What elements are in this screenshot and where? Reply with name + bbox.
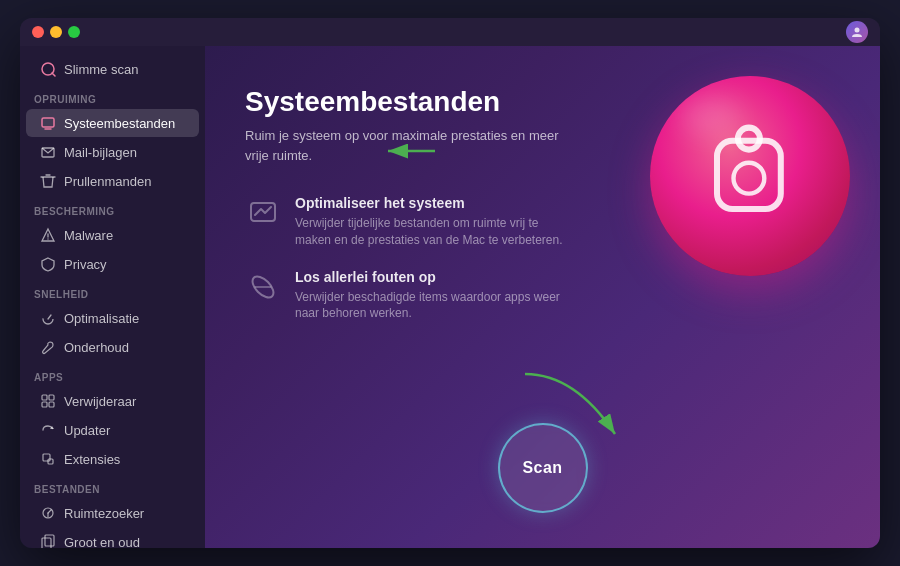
- arrow-scan: [515, 364, 635, 448]
- privacy-icon: [40, 256, 56, 272]
- sidebar-label-optimalisatie: Optimalisatie: [64, 311, 139, 326]
- sidebar-item-ruimtezoeker[interactable]: Ruimtezoeker: [26, 499, 199, 527]
- apps-icon: [40, 393, 56, 409]
- svg-line-36: [255, 278, 272, 295]
- system-icon: [40, 115, 56, 131]
- section-apps: Apps: [20, 362, 205, 386]
- sidebar-item-updater[interactable]: Updater: [26, 416, 199, 444]
- update-icon: [40, 422, 56, 438]
- feature-optimize-title: Optimaliseer het systeem: [295, 195, 575, 211]
- svg-rect-16: [49, 402, 54, 407]
- app-icon: [650, 76, 850, 276]
- svg-point-0: [855, 28, 860, 33]
- sidebar-item-mail-bijlagen[interactable]: Mail-bijlagen: [26, 138, 199, 166]
- svg-line-2: [52, 73, 55, 76]
- sidebar-label-privacy: Privacy: [64, 257, 107, 272]
- extension-icon: [40, 451, 56, 467]
- svg-rect-13: [42, 395, 47, 400]
- feature-optimize-text: Optimaliseer het systeem Verwijder tijde…: [295, 195, 575, 249]
- feature-fix-desc: Verwijder beschadigde items waardoor app…: [295, 289, 575, 323]
- section-bescherming: Bescherming: [20, 196, 205, 220]
- svg-point-10: [47, 238, 48, 239]
- sidebar-label-malware: Malware: [64, 228, 113, 243]
- app-window: Slimme scan Opruiming Systeembestanden: [20, 18, 880, 548]
- arrow-sidebar: [380, 141, 440, 165]
- sidebar-label-systeembestanden: Systeembestanden: [64, 116, 175, 131]
- close-button[interactable]: [32, 26, 44, 38]
- sidebar-label-ruimtezoeker: Ruimtezoeker: [64, 506, 144, 521]
- svg-point-33: [734, 163, 765, 194]
- sidebar-item-extensies[interactable]: Extensies: [26, 445, 199, 473]
- user-avatar[interactable]: [846, 21, 868, 43]
- svg-rect-15: [42, 402, 47, 407]
- sidebar-item-systeembestanden[interactable]: Systeembestanden: [26, 109, 199, 137]
- svg-rect-18: [43, 454, 50, 461]
- sidebar-label-prullenmanden: Prullenmanden: [64, 174, 151, 189]
- malware-icon: [40, 227, 56, 243]
- title-bar: [20, 18, 880, 46]
- svg-rect-3: [42, 118, 54, 127]
- sidebar-label-mail-bijlagen: Mail-bijlagen: [64, 145, 137, 160]
- app-icon-container: [650, 76, 850, 276]
- scan-icon: [40, 61, 56, 77]
- sidebar-item-slimme-scan[interactable]: Slimme scan: [26, 55, 199, 83]
- sidebar-item-onderhoud[interactable]: Onderhoud: [26, 333, 199, 361]
- mail-icon: [40, 144, 56, 160]
- content-area: Slimme scan Opruiming Systeembestanden: [20, 46, 880, 548]
- trash-icon: [40, 173, 56, 189]
- sidebar-label-groot-en-oud: Groot en oud: [64, 535, 140, 549]
- sidebar-item-groot-en-oud[interactable]: Groot en oud: [26, 528, 199, 548]
- sidebar-item-prullenmanden[interactable]: Prullenmanden: [26, 167, 199, 195]
- old-icon: [40, 534, 56, 548]
- traffic-lights: [32, 26, 80, 38]
- wrench-icon: [40, 339, 56, 355]
- feature-fix-text: Los allerlei fouten op Verwijder beschad…: [295, 269, 575, 323]
- sidebar-label-updater: Updater: [64, 423, 110, 438]
- section-opruiming: Opruiming: [20, 84, 205, 108]
- sidebar-item-verwijderaar[interactable]: Verwijderaar: [26, 387, 199, 415]
- section-bestanden: Bestanden: [20, 474, 205, 498]
- space-icon: [40, 505, 56, 521]
- svg-rect-14: [49, 395, 54, 400]
- minimize-button[interactable]: [50, 26, 62, 38]
- section-snelheid: Snelheid: [20, 279, 205, 303]
- sidebar-item-privacy[interactable]: Privacy: [26, 250, 199, 278]
- optimize-icon: [245, 195, 281, 231]
- sidebar-item-optimalisatie[interactable]: Optimalisatie: [26, 304, 199, 332]
- svg-rect-22: [45, 535, 54, 546]
- sidebar-label-onderhoud: Onderhoud: [64, 340, 129, 355]
- tag-svg: [695, 121, 805, 231]
- feature-fix: Los allerlei fouten op Verwijder beschad…: [245, 269, 840, 323]
- speed-icon: [40, 310, 56, 326]
- svg-line-12: [48, 315, 51, 319]
- sidebar-label-extensies: Extensies: [64, 452, 120, 467]
- sidebar: Slimme scan Opruiming Systeembestanden: [20, 46, 205, 548]
- sidebar-item-malware[interactable]: Malware: [26, 221, 199, 249]
- main-content: Systeembestanden Ruim je systeem op voor…: [205, 46, 880, 548]
- feature-optimize-desc: Verwijder tijdelijke bestanden om ruimte…: [295, 215, 575, 249]
- sidebar-label-slimme-scan: Slimme scan: [64, 62, 138, 77]
- fix-icon: [245, 269, 281, 305]
- feature-fix-title: Los allerlei fouten op: [295, 269, 575, 285]
- user-icon: [851, 26, 863, 38]
- sidebar-label-verwijderaar: Verwijderaar: [64, 394, 136, 409]
- maximize-button[interactable]: [68, 26, 80, 38]
